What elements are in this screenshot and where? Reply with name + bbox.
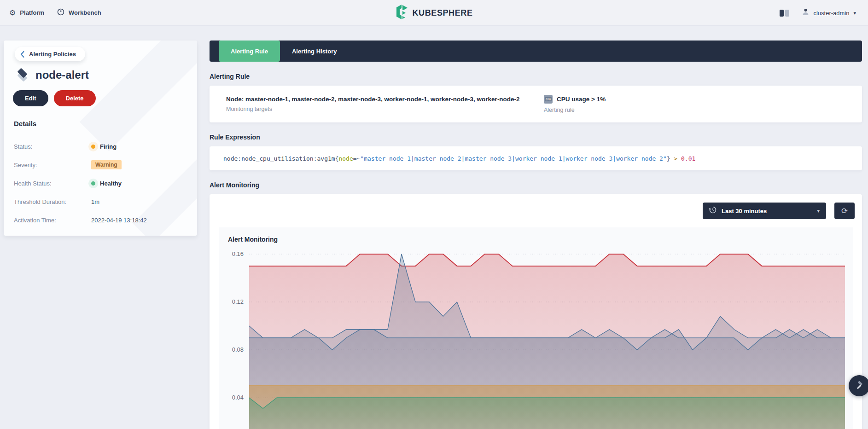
back-label: Alerting Policies xyxy=(29,51,76,58)
rule-expression-section-title: Rule Expression xyxy=(210,133,862,141)
clock-history-icon xyxy=(709,206,717,215)
code-segment: node:node_cpu_utilisation:avg1m xyxy=(223,155,335,162)
detail-label: Status: xyxy=(14,143,91,150)
monitor-panel: Alert Monitoring 0.160.120.080.04 xyxy=(219,227,853,429)
detail-label: Activation Time: xyxy=(14,217,91,224)
detail-value: 2022-04-19 13:18:42 xyxy=(91,217,147,224)
delete-button[interactable]: Delete xyxy=(54,90,96,106)
user-name: cluster-admin xyxy=(813,10,849,17)
monitoring-targets-label: Monitoring targets xyxy=(226,106,544,112)
detail-label: Threshold Duration: xyxy=(14,198,91,205)
detail-value: Warning xyxy=(91,160,122,169)
detail-row: Status:Firing xyxy=(14,137,189,156)
tab-bar: Alerting RuleAlerting History xyxy=(210,41,862,62)
workbench-icon xyxy=(57,8,64,17)
page-title: node-alert xyxy=(35,69,89,81)
y-tick-label: 0.08 xyxy=(222,346,244,353)
tab-alerting-rule[interactable]: Alerting Rule xyxy=(219,41,280,62)
main-content: Alerting RuleAlerting History Alerting R… xyxy=(210,41,862,429)
refresh-button[interactable]: ⟳ xyxy=(834,203,855,219)
top-header: ⚙ Platform Workbench KUBESPHERE clu xyxy=(0,0,868,26)
monitoring-chart-svg xyxy=(249,232,845,429)
chevron-left-icon xyxy=(20,51,24,58)
kubesphere-wordmark: KUBESPHERE xyxy=(412,8,472,18)
edit-button[interactable]: Edit xyxy=(13,90,48,106)
back-to-alerting-policies[interactable]: Alerting Policies xyxy=(15,47,85,61)
platform-label: Platform xyxy=(20,9,44,16)
series-area-node-usage-green xyxy=(249,398,845,429)
code-segment: =~ xyxy=(353,155,361,162)
time-range-label: Last 30 minutes xyxy=(722,208,812,214)
y-tick-label: 0.12 xyxy=(222,298,244,305)
y-tick-label: 0.16 xyxy=(222,250,244,257)
platform-menu[interactable]: ⚙ Platform xyxy=(9,9,54,17)
user-menu[interactable]: cluster-admin ▾ xyxy=(802,8,856,17)
user-icon xyxy=(802,8,809,17)
caret-down-icon: ▾ xyxy=(853,10,856,16)
alerting-rule-value: CPU usage > 1% xyxy=(557,96,606,103)
detail-label: Health Status: xyxy=(14,180,91,187)
watermark-shape xyxy=(80,41,197,151)
code-segment: node xyxy=(338,155,353,162)
tab-alerting-history[interactable]: Alerting History xyxy=(280,41,349,62)
detail-row: Severity:Warning xyxy=(14,156,189,174)
alert-monitoring-section-title: Alert Monitoring xyxy=(210,181,862,189)
status-dot-icon xyxy=(91,181,95,186)
workbench-menu[interactable]: Workbench xyxy=(57,8,111,17)
code-segment: { xyxy=(335,155,339,162)
detail-value: 1m xyxy=(91,198,99,205)
toolbox-button[interactable] xyxy=(849,375,868,396)
alert-policy-icon xyxy=(16,68,29,82)
detail-value: Firing xyxy=(91,143,117,150)
alerting-rule-section-title: Alerting Rule xyxy=(210,73,862,80)
policy-sidebar: Alerting Policies node-alert Edit Delete… xyxy=(4,41,197,236)
cpu-icon: CPU xyxy=(544,95,553,104)
code-segment: } xyxy=(667,155,670,162)
details-list: Status:FiringSeverity:WarningHealth Stat… xyxy=(14,137,189,229)
gear-icon: ⚙ xyxy=(9,9,16,17)
alert-monitoring-card: Last 30 minutes ▾ ⟳ Alert Monitoring 0.1… xyxy=(210,194,862,429)
chart-area[interactable] xyxy=(249,232,845,429)
alerting-rule-card: Node: master-node-1, master-node-2, mast… xyxy=(210,86,862,122)
detail-value: Healthy xyxy=(91,180,122,187)
status-dot-icon xyxy=(91,145,95,149)
severity-badge: Warning xyxy=(91,160,122,169)
detail-row: Health Status:Healthy xyxy=(14,174,189,192)
details-heading: Details xyxy=(14,120,36,128)
time-range-dropdown[interactable]: Last 30 minutes ▾ xyxy=(703,203,826,219)
kubesphere-logo[interactable]: KUBESPHERE xyxy=(395,0,472,26)
detail-row: Threshold Duration:1m xyxy=(14,192,189,211)
detail-row: Activation Time:2022-04-19 13:18:42 xyxy=(14,211,189,229)
caret-down-icon: ▾ xyxy=(817,208,820,214)
hammer-icon xyxy=(855,381,864,390)
code-segment: "master-node-1|master-node-2|master-node… xyxy=(360,155,666,162)
panels-icon[interactable] xyxy=(780,10,789,17)
y-tick-label: 0.04 xyxy=(222,394,244,401)
kubesphere-logo-icon xyxy=(395,5,408,21)
code-segment: > xyxy=(670,155,681,162)
rule-expression-code: node:node_cpu_utilisation:avg1m{node=~"m… xyxy=(210,146,862,170)
detail-label: Severity: xyxy=(14,162,91,168)
workbench-label: Workbench xyxy=(69,9,101,16)
monitoring-targets-value: Node: master-node-1, master-node-2, mast… xyxy=(226,96,544,103)
alerting-rule-label: Alerting rule xyxy=(544,107,606,113)
code-segment: 0.01 xyxy=(681,155,695,162)
